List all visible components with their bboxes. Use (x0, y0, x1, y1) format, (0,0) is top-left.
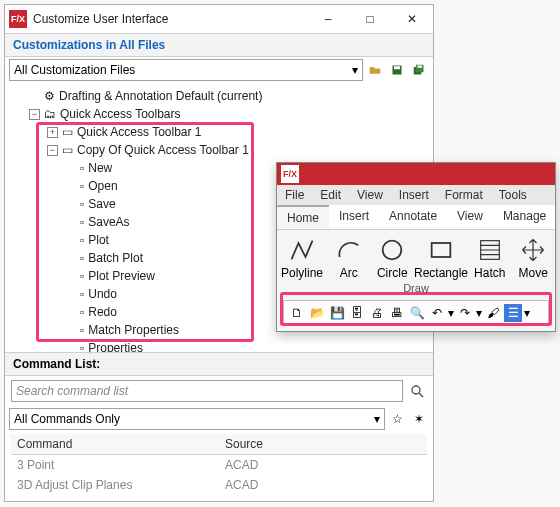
svg-point-5 (412, 386, 420, 394)
qat-properties-icon[interactable]: ☰ (504, 304, 522, 322)
search-placeholder: Search command list (16, 384, 128, 398)
star-filter-icon[interactable]: ☆ (387, 409, 407, 429)
qat-save-icon[interactable]: 💾 (328, 304, 346, 322)
save-icon[interactable] (387, 60, 407, 80)
table-row[interactable]: 3 PointACAD (11, 455, 427, 475)
qat-plotpreview-icon[interactable]: 🔍 (408, 304, 426, 322)
preview-menu-bar: File Edit View Insert Format Tools (277, 185, 555, 205)
menu-view[interactable]: View (349, 185, 391, 205)
qat-redo-icon[interactable]: ↷ (456, 304, 474, 322)
menu-tools[interactable]: Tools (491, 185, 535, 205)
minimize-button[interactable]: – (311, 8, 345, 30)
col-command[interactable]: Command (11, 434, 219, 455)
qat-new-icon[interactable]: 🗋 (288, 304, 306, 322)
menu-insert[interactable]: Insert (391, 185, 437, 205)
preview-titlebar: F/X (277, 163, 555, 185)
svg-rect-4 (418, 66, 423, 68)
tool-polyline[interactable]: Polyline (281, 236, 323, 280)
search-icon[interactable] (407, 381, 427, 401)
tab-insert[interactable]: Insert (329, 205, 379, 229)
tab-annotate[interactable]: Annotate (379, 205, 447, 229)
tool-circle[interactable]: Circle (375, 236, 410, 280)
tree-item-properties[interactable]: ▫Properties (65, 339, 427, 352)
new-command-icon[interactable]: ✶ (409, 409, 429, 429)
panel-label-draw: Draw (277, 282, 555, 298)
customization-filter-row: All Customization Files ▾ (5, 57, 433, 83)
svg-point-7 (383, 241, 402, 260)
save-all-icon[interactable] (409, 60, 429, 80)
chevron-down-icon: ▾ (352, 63, 358, 77)
tool-arc[interactable]: Arc (331, 236, 366, 280)
table-row[interactable]: 3D Adjust Clip PlanesACAD (11, 475, 427, 495)
app-icon: F/X (281, 165, 299, 183)
qat-redo-drop-icon[interactable]: ▾ (476, 306, 482, 320)
qat-plot-icon[interactable]: 🖨 (368, 304, 386, 322)
customization-filter-value: All Customization Files (14, 63, 135, 77)
qat-undo-icon[interactable]: ↶ (428, 304, 446, 322)
svg-rect-1 (394, 66, 400, 69)
tab-home[interactable]: Home (277, 205, 329, 229)
qat-open-icon[interactable]: 📂 (308, 304, 326, 322)
command-table: Command Source 3 PointACAD 3D Adjust Cli… (5, 432, 433, 501)
title-bar: F/X Customize User Interface – □ ✕ (5, 5, 433, 33)
app-icon: F/X (9, 10, 27, 28)
ribbon-tabs: Home Insert Annotate View Manage Output (277, 205, 555, 230)
svg-rect-8 (432, 243, 451, 257)
command-filter-value: All Commands Only (14, 412, 120, 426)
qat-undo-drop-icon[interactable]: ▾ (448, 306, 454, 320)
open-file-icon[interactable] (365, 60, 385, 80)
command-list-header: Command List: (5, 352, 433, 376)
quick-access-toolbar: 🗋 📂 💾 🗄 🖨 🖶 🔍 ↶ ▾ ↷ ▾ 🖌 ☰ ▾ (283, 300, 549, 326)
customization-filter-combo[interactable]: All Customization Files ▾ (9, 59, 363, 81)
window-title: Customize User Interface (33, 12, 311, 26)
menu-file[interactable]: File (277, 185, 312, 205)
qat-saveas-icon[interactable]: 🗄 (348, 304, 366, 322)
command-filter-combo[interactable]: All Commands Only ▾ (9, 408, 385, 430)
svg-line-6 (419, 393, 423, 397)
command-search-row: Search command list (5, 376, 433, 406)
menu-edit[interactable]: Edit (312, 185, 349, 205)
tree-item-qat-root[interactable]: −🗂Quick Access Toolbars (29, 105, 427, 123)
qat-matchprops-icon[interactable]: 🖌 (484, 304, 502, 322)
tree-item-qat1[interactable]: +▭Quick Access Toolbar 1 (47, 123, 427, 141)
tool-rectangle[interactable]: Rectangle (418, 236, 464, 280)
qat-batchplot-icon[interactable]: 🖶 (388, 304, 406, 322)
tab-view[interactable]: View (447, 205, 493, 229)
col-source[interactable]: Source (219, 434, 427, 455)
ribbon-panel-draw: Polyline Arc Circle Rectangle Hatch Move (277, 230, 555, 282)
command-filter-row: All Commands Only ▾ ☆ ✶ (5, 406, 433, 432)
tree-item-drafting[interactable]: ⚙Drafting & Annotation Default (current) (29, 87, 427, 105)
qat-overflow-icon[interactable]: ▾ (524, 306, 530, 320)
tool-move[interactable]: Move (515, 236, 550, 280)
customizations-header: Customizations in All Files (5, 33, 433, 57)
tab-manage[interactable]: Manage (493, 205, 556, 229)
preview-window: F/X File Edit View Insert Format Tools H… (276, 162, 556, 332)
maximize-button[interactable]: □ (353, 8, 387, 30)
command-search-input[interactable]: Search command list (11, 380, 403, 402)
tool-hatch[interactable]: Hatch (472, 236, 507, 280)
chevron-down-icon: ▾ (374, 412, 380, 426)
tree-item-qat-copy[interactable]: −▭Copy Of Quick Access Toolbar 1 (47, 141, 427, 159)
tab-output[interactable]: Output (556, 205, 560, 229)
close-button[interactable]: ✕ (395, 8, 429, 30)
menu-format[interactable]: Format (437, 185, 491, 205)
